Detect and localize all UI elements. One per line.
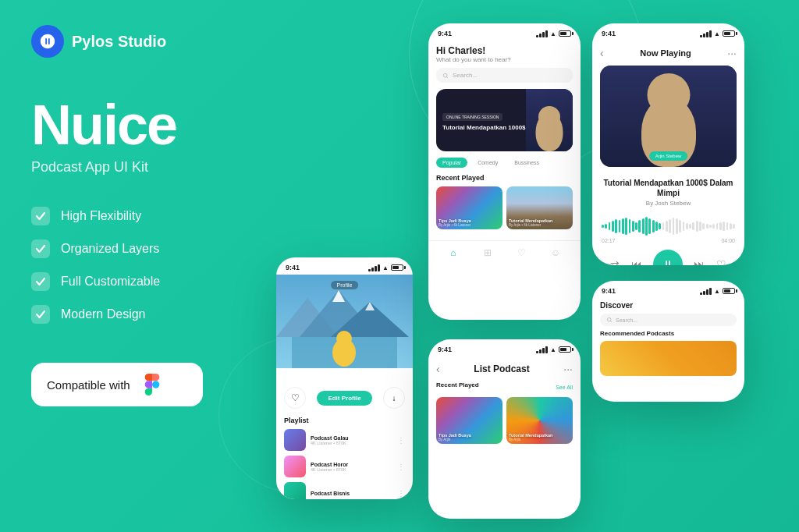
home-wifi: ▲: [550, 30, 556, 37]
list-section-header: Recent Played See All: [436, 381, 573, 393]
featured-label: ONLINE TRAINING SESSION: [442, 113, 502, 121]
artist-badge: Arjin Stebew: [649, 151, 688, 161]
wave-bar-31: [706, 224, 708, 229]
playlist-menu-1[interactable]: ⋮: [397, 436, 405, 445]
featured-card[interactable]: ONLINE TRAINING SESSION Tutorial Mendapa…: [436, 89, 573, 151]
playlist-name-1: Podcast Galau: [311, 435, 392, 441]
playlist-thumb-1: [284, 429, 306, 451]
edit-profile-button[interactable]: Edit Profile: [317, 391, 371, 406]
wave-bar-23: [679, 220, 681, 232]
discover-content: Discover Search... Recommended Podcasts: [592, 298, 744, 379]
playlist-item-3[interactable]: Podcast Bisnis ⋮: [284, 482, 405, 499]
recent-card-2[interactable]: Tutorial Mendapatkan By Arjin • 4k Liste…: [506, 186, 573, 229]
feature-label-flexibility: High Flexibility: [61, 209, 141, 223]
recent-card-info-1: Tips Jadi Buaya By Arjin • 4k Listener: [439, 218, 471, 227]
wave-bar-19: [666, 221, 668, 232]
recent-card-1[interactable]: Tips Jadi Buaya By Arjin • 4k Listener: [436, 186, 502, 229]
wave-bar-36: [723, 222, 725, 231]
now-playing-title: Now Playing: [640, 48, 691, 58]
playlist-menu-3[interactable]: ⋮: [397, 489, 405, 498]
wave-bar-21: [673, 218, 675, 235]
tag-row: Popular Comedy Bussiness: [436, 158, 573, 168]
playing-menu[interactable]: ···: [727, 47, 737, 59]
featured-card-image: [526, 89, 573, 151]
wave-bar-1: [605, 224, 607, 229]
profile-status-icons: ▲: [368, 264, 403, 271]
discover-status-icons: ▲: [700, 288, 735, 295]
see-all-button[interactable]: See All: [556, 385, 573, 390]
wave-bar-10: [635, 222, 637, 230]
wave-bar-33: [712, 224, 715, 229]
wave-bar-12: [642, 218, 645, 234]
prev-button[interactable]: ⏮: [631, 258, 642, 265]
playlist-info-3: Podcast Bisnis: [311, 491, 392, 496]
now-playing-artwork: Arjin Stebew: [600, 66, 737, 167]
list-wifi: ▲: [550, 346, 556, 353]
wave-bar-15: [652, 220, 655, 232]
nav-home[interactable]: ⌂: [446, 246, 460, 260]
wave-bar-18: [662, 222, 665, 230]
wave-bar-5: [619, 220, 621, 232]
svg-line-12: [610, 321, 612, 322]
playlist-item-1[interactable]: Podcast Galau 4K Listener • 870K ⋮: [284, 429, 405, 451]
discover-wifi: ▲: [714, 288, 720, 295]
home-search-bar[interactable]: Search...: [436, 68, 573, 83]
download-button[interactable]: ↓: [383, 387, 405, 409]
wave-bar-34: [716, 223, 719, 229]
wave-bar-30: [702, 223, 705, 229]
feature-item-customizable: Full Customizable: [31, 272, 273, 291]
nav-person[interactable]: ☺: [549, 246, 563, 260]
list-grid: Tips Jadi Buaya By Arjin Tutorial Mendap…: [436, 397, 573, 444]
pause-button[interactable]: ⏸: [653, 250, 683, 265]
waveform: [592, 218, 744, 235]
list-card-2[interactable]: Tutorial Mendapatkan By Arjin: [506, 397, 573, 444]
wave-bar-8: [629, 219, 631, 233]
recent-card-info-2: Tutorial Mendapatkan By Arjin • 4k Liste…: [509, 218, 552, 227]
playing-time: 9:41: [602, 30, 616, 37]
heart-button[interactable]: ♡: [716, 258, 726, 265]
feature-label-design: Modern Design: [61, 307, 146, 321]
shuffle-button[interactable]: ⇄: [610, 258, 620, 265]
discover-search-bar[interactable]: Search...: [600, 314, 737, 326]
tag-bussiness[interactable]: Bussiness: [508, 158, 545, 168]
playlist-thumb-3: [284, 482, 306, 499]
profile-label: Profile: [331, 281, 359, 289]
main-background: Pylos Studio Nuice Podcast App UI Kit Hi…: [0, 0, 799, 532]
wave-bar-20: [669, 219, 671, 233]
nav-heart[interactable]: ♡: [514, 246, 528, 260]
search-icon: [442, 73, 449, 79]
wave-bar-0: [602, 225, 604, 228]
svg-line-10: [446, 76, 448, 78]
list-card-1[interactable]: Tips Jadi Buaya By Arjin: [436, 397, 502, 444]
features-list: High Flexibility Organized Layers Full C…: [31, 207, 273, 324]
home-status-bar: 9:41 ▲: [428, 23, 581, 41]
next-button[interactable]: ⏭: [694, 258, 705, 265]
tag-popular[interactable]: Popular: [436, 158, 467, 168]
wave-bar-35: [719, 222, 722, 230]
svg-point-8: [336, 331, 352, 346]
wave-bar-14: [648, 218, 651, 234]
wave-bar-6: [622, 218, 624, 234]
wave-bar-29: [699, 222, 701, 231]
list-header: ‹ List Podcast ···: [428, 356, 581, 378]
heart-button[interactable]: ♡: [284, 387, 306, 409]
list-status-bar: 9:41 ▲: [428, 339, 581, 356]
home-sub: What do you want to hear?: [436, 56, 573, 63]
list-menu-icon[interactable]: ···: [563, 363, 573, 375]
feature-label-layers: Organized Layers: [61, 242, 159, 256]
playlist-menu-2[interactable]: ⋮: [397, 463, 405, 471]
back-icon[interactable]: ‹: [600, 47, 604, 59]
check-icon-flexibility: [31, 207, 50, 225]
list-content: Recent Played See All Tips Jadi Buaya By…: [428, 378, 581, 447]
time-current: 02:17: [602, 238, 616, 243]
product-name: Nuice: [31, 97, 273, 153]
tag-comedy[interactable]: Comedy: [471, 158, 504, 168]
progress-times: 02:17 04:00: [592, 238, 744, 243]
wave-bar-11: [638, 220, 641, 232]
playlist-item-2[interactable]: Podcast Horor 4K Listener • 870K ⋮: [284, 456, 405, 477]
phones-area: 9:41 ▲: [268, 0, 799, 532]
nav-grid[interactable]: ⊞: [481, 246, 495, 260]
recommended-strip[interactable]: [600, 341, 737, 376]
recent-meta-1: By Arjin • 4k Listener: [439, 223, 471, 227]
list-status-icons: ▲: [536, 346, 571, 353]
